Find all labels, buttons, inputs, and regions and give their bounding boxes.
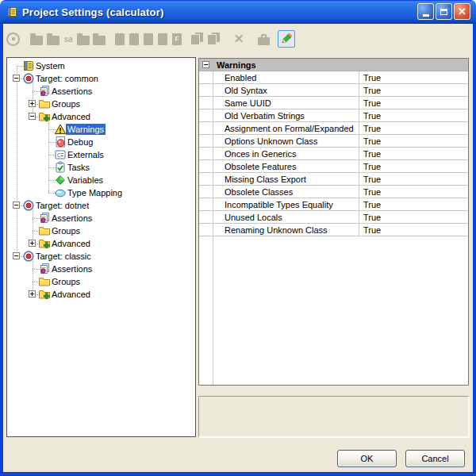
grid-row[interactable]: Options Unknown Class True xyxy=(199,135,468,148)
tree-item[interactable]: Target: classic xyxy=(7,250,195,263)
tree-item[interactable]: Assertions xyxy=(7,85,195,98)
window-border-right xyxy=(473,24,476,476)
folder-icon xyxy=(38,275,51,288)
tree-item[interactable]: Groups xyxy=(7,275,195,288)
tree-item-label: Advanced xyxy=(50,289,92,300)
tree-item[interactable]: System xyxy=(7,60,195,72)
property-value[interactable]: True xyxy=(359,173,381,185)
collapse-box-icon[interactable] xyxy=(13,202,20,209)
tree-item-label: Groups xyxy=(50,276,82,287)
documents-pair-icon[interactable] xyxy=(191,33,204,45)
property-value[interactable]: True xyxy=(359,186,381,198)
tree-item-label: Groups xyxy=(50,225,82,236)
property-value[interactable]: True xyxy=(359,97,381,109)
description-panel xyxy=(198,396,469,437)
property-value[interactable]: True xyxy=(359,211,381,223)
grid-row[interactable]: Onces in Generics True xyxy=(199,148,468,160)
tree-item-label: Target: classic xyxy=(34,251,93,262)
grid-row[interactable]: Obsolete Classes True xyxy=(199,186,468,198)
tree-item[interactable]: Groups xyxy=(7,225,195,237)
collapse-box-icon[interactable] xyxy=(13,75,20,82)
tree-item[interactable]: Advanced xyxy=(7,288,195,301)
collapse-box-icon[interactable] xyxy=(202,61,209,68)
document-icon[interactable] xyxy=(158,33,167,45)
close-button[interactable]: ✕ xyxy=(454,3,470,20)
tree-item[interactable]: Warnings xyxy=(7,123,195,136)
grid-row[interactable]: Unused Locals True xyxy=(199,211,468,224)
property-value[interactable]: True xyxy=(359,71,381,83)
folder-icon xyxy=(38,98,51,110)
expand-box-icon[interactable] xyxy=(29,290,36,298)
documents-pair-icon[interactable] xyxy=(208,33,221,45)
tree-item[interactable]: Advanced xyxy=(7,237,195,250)
tree-item[interactable]: Target: dotnet xyxy=(7,199,195,212)
window-title: Project Settings (calculator) xyxy=(22,6,163,18)
tree-item[interactable]: Type Mapping xyxy=(7,186,195,199)
cancel-button[interactable]: Cancel xyxy=(405,450,465,467)
minimize-button[interactable] xyxy=(417,3,434,20)
tree-item[interactable]: cExternals xyxy=(7,148,195,161)
property-value[interactable]: True xyxy=(359,198,381,210)
tree-item-label: Variables xyxy=(66,175,105,186)
settings-tree: SystemTarget: commonAssertionsGroupsAdva… xyxy=(6,57,196,437)
tree-item[interactable]: Variables xyxy=(7,174,195,186)
tree-item[interactable]: Target: common xyxy=(7,72,195,85)
grid-rows: Enabled True Old Syntax True Same UUID T… xyxy=(199,71,468,236)
property-grid-header: Warnings xyxy=(199,59,468,71)
tree-item[interactable]: Assertions xyxy=(7,263,195,275)
document-icon[interactable] xyxy=(115,33,125,45)
grid-row[interactable]: Incompatible Types Equality True xyxy=(199,198,468,211)
target-disc-icon[interactable] xyxy=(6,33,20,46)
delete-x-icon[interactable]: ✕ xyxy=(232,33,245,45)
property-name: Assignment on Formal/Expanded xyxy=(225,124,354,133)
folder-advanced-icon xyxy=(38,288,51,301)
target-icon xyxy=(22,72,35,85)
tree-item-label: Warnings xyxy=(66,124,106,135)
tree-item[interactable]: Tasks xyxy=(7,161,195,174)
assertions-icon xyxy=(38,85,51,98)
property-value[interactable]: True xyxy=(359,224,381,236)
import-briefcase-icon[interactable] xyxy=(258,37,270,45)
property-value[interactable]: True xyxy=(359,135,381,147)
grid-row[interactable]: Renaming Unknown Class True xyxy=(199,224,468,236)
folder-open-icon[interactable] xyxy=(77,36,90,45)
collapse-box-icon[interactable] xyxy=(29,113,36,120)
tree-item-label: Debug xyxy=(66,136,94,148)
expand-box-icon[interactable] xyxy=(29,240,36,247)
expand-box-icon[interactable] xyxy=(29,100,36,107)
folder-new-icon[interactable] xyxy=(47,36,60,45)
grid-row[interactable]: Assignment on Formal/Expanded True xyxy=(199,122,468,135)
tree-item[interactable]: Groups xyxy=(7,98,195,110)
property-value[interactable]: True xyxy=(359,84,381,96)
folder-icon[interactable] xyxy=(30,36,43,45)
grid-row[interactable]: Same UUID True xyxy=(199,97,468,109)
grid-row[interactable]: Enabled True xyxy=(199,71,468,84)
property-name: Options Unknown Class xyxy=(225,136,317,146)
property-value[interactable]: True xyxy=(359,109,381,121)
property-value[interactable]: True xyxy=(359,160,381,172)
assertions-icon xyxy=(38,212,51,225)
document-f-icon[interactable]: F xyxy=(172,33,182,45)
document-icon[interactable] xyxy=(144,33,153,45)
collapse-box-icon[interactable] xyxy=(13,252,20,259)
tree-item[interactable]: Debug xyxy=(7,136,195,148)
grid-row[interactable]: Obsolete Features True xyxy=(199,160,468,173)
tree-item-label: System xyxy=(34,60,67,71)
ok-button[interactable]: OK xyxy=(337,450,397,467)
grid-row[interactable]: Old Verbatim Strings True xyxy=(199,109,468,122)
edit-pencil-icon[interactable] xyxy=(278,30,295,48)
property-value[interactable]: True xyxy=(359,148,381,159)
tree-item-label: Target: dotnet xyxy=(34,200,90,211)
save-as-icon[interactable]: sa xyxy=(63,33,74,45)
grid-row[interactable]: Missing Class Export True xyxy=(199,173,468,186)
folder-move-icon[interactable] xyxy=(93,36,106,45)
tree-item[interactable]: Assertions xyxy=(7,212,195,225)
grid-row[interactable]: Old Syntax True xyxy=(199,84,468,97)
tree-item-label: Assertions xyxy=(50,86,94,97)
maximize-button[interactable] xyxy=(436,3,452,20)
document-icon[interactable] xyxy=(129,33,139,45)
tree-item[interactable]: Advanced xyxy=(7,110,195,123)
window-border-left xyxy=(0,24,3,476)
property-value[interactable]: True xyxy=(359,122,381,134)
folder-icon xyxy=(38,225,51,237)
